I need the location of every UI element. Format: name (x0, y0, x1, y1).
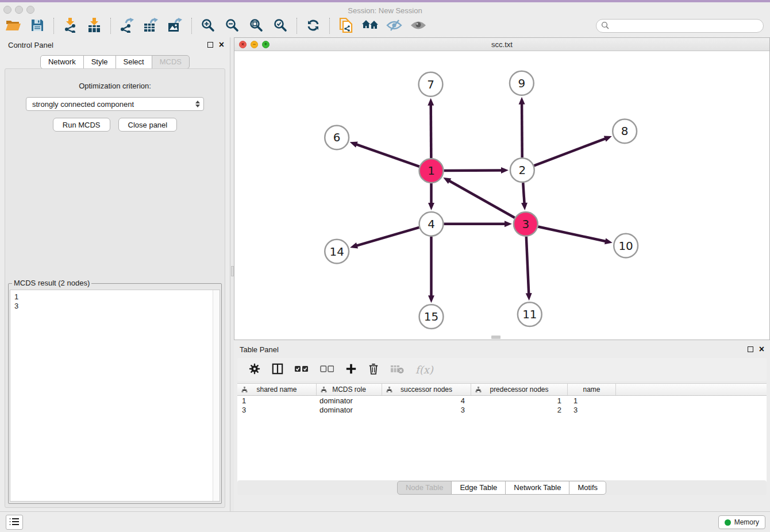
status-bar: Memory (0, 511, 770, 532)
column-header-name[interactable]: name (568, 384, 616, 395)
tab-edge-table[interactable]: Edge Table (451, 481, 506, 495)
zoom-fit-button[interactable] (244, 16, 268, 36)
network-canvas[interactable]: 7968124314101511 (234, 51, 769, 340)
network-maximize-icon[interactable]: + (262, 41, 270, 48)
graph-edge[interactable] (444, 170, 502, 171)
search-input[interactable] (612, 20, 763, 32)
graph-edge-arrowhead (521, 203, 528, 210)
zoom-in-icon (201, 18, 215, 34)
graph-edge[interactable] (526, 237, 529, 295)
graph-edge[interactable] (523, 183, 524, 204)
network-close-icon[interactable]: × (239, 41, 247, 48)
network-window-titlebar[interactable]: × − + scc.txt (234, 38, 769, 51)
graph-edge-arrowhead (428, 295, 434, 303)
panel-divider[interactable] (230, 37, 234, 511)
graph-node-label: 1 (428, 164, 435, 178)
graph-edge[interactable] (356, 144, 419, 167)
zoom-out-button[interactable] (220, 16, 244, 36)
open-folder-icon (6, 19, 21, 33)
graph-node-label: 11 (522, 308, 537, 321)
table-row[interactable]: 1 dominator 4 1 1 (237, 396, 767, 405)
graph-node-label: 6 (333, 131, 341, 144)
add-column-button[interactable] (345, 363, 357, 376)
graph-edge-arrowhead (505, 221, 512, 227)
graph-edge[interactable] (356, 228, 419, 246)
deselect-all-rows-button[interactable] (320, 365, 334, 375)
tab-motifs[interactable]: Motifs (569, 481, 606, 495)
import-network-button[interactable] (58, 16, 82, 36)
tab-mcds[interactable]: MCDS (152, 55, 190, 69)
graph-node-label: 3 (522, 218, 529, 231)
save-session-button[interactable] (25, 16, 49, 36)
close-panel-icon[interactable]: × (219, 42, 224, 48)
network-resize-grip[interactable] (491, 336, 500, 339)
delete-column-button[interactable] (368, 363, 379, 376)
import-table-button[interactable] (82, 16, 106, 36)
graph-edge-arrowhead (604, 136, 612, 141)
cell-mcds-role: dominator (317, 396, 382, 405)
graph-node-label: 10 (618, 240, 633, 253)
graph-edge[interactable] (431, 105, 432, 159)
column-header-shared-name[interactable]: shared name (237, 384, 317, 395)
show-all-button[interactable] (406, 16, 430, 36)
zoom-in-button[interactable] (196, 16, 220, 36)
result-line: 1 (10, 290, 220, 302)
memory-button[interactable]: Memory (718, 515, 765, 529)
eye-slash-icon (386, 20, 402, 33)
export-table-button[interactable] (139, 16, 163, 36)
export-network-button[interactable] (115, 16, 139, 36)
network-graph[interactable]: 7968124314101511 (234, 51, 769, 340)
search-field[interactable] (596, 19, 764, 33)
delete-table-button-disabled[interactable] (390, 364, 404, 376)
open-session-button[interactable] (1, 16, 25, 36)
tab-network-table[interactable]: Network Table (505, 481, 569, 495)
graph-edge[interactable] (534, 138, 606, 166)
criterion-select[interactable]: strongly connected component (26, 97, 204, 111)
graph-node-label: 4 (428, 218, 435, 231)
result-scrollbar[interactable] (213, 290, 220, 501)
network-minimize-icon[interactable]: − (251, 41, 258, 48)
zoom-out-icon (225, 18, 239, 34)
graph-edge[interactable] (538, 226, 606, 241)
graph-edge[interactable] (522, 103, 522, 158)
tab-node-table[interactable]: Node Table (397, 481, 452, 495)
task-history-button[interactable] (6, 515, 23, 530)
export-network-icon (120, 18, 134, 34)
close-table-panel-icon[interactable]: × (759, 346, 764, 352)
graph-edge-arrowhead (428, 98, 434, 106)
table-settings-button[interactable] (249, 363, 260, 376)
graph-edge[interactable] (449, 180, 515, 218)
function-builder-button-disabled[interactable]: f(x) (415, 364, 433, 376)
column-header-predecessor-nodes[interactable]: predecessor nodes (471, 384, 568, 395)
tab-network[interactable]: Network (40, 55, 84, 69)
export-table-icon (144, 18, 159, 34)
float-panel-icon[interactable] (207, 42, 213, 48)
float-table-panel-icon[interactable] (748, 346, 753, 352)
graph-node-label: 8 (621, 125, 629, 138)
graph-node-label: 15 (424, 310, 438, 323)
cell-name: 3 (568, 406, 616, 414)
eye-icon (410, 20, 426, 32)
close-panel-button[interactable]: Close panel (118, 118, 178, 132)
column-header-mcds-role[interactable]: MCDS role (317, 384, 382, 395)
window-title: Session: New Session (0, 6, 770, 15)
table-row[interactable]: 3 dominator 3 2 3 (237, 405, 767, 414)
list-icon (9, 518, 20, 527)
tab-select[interactable]: Select (116, 55, 152, 69)
toolbar-separator (110, 18, 111, 34)
run-mcds-button[interactable]: Run MCDS (53, 118, 110, 132)
hide-selected-button[interactable] (382, 16, 406, 36)
select-all-rows-button[interactable] (295, 365, 309, 375)
open-network-file-button[interactable] (334, 16, 358, 36)
column-header-successor-nodes[interactable]: successor nodes (382, 384, 471, 395)
mcds-result-area[interactable]: 1 3 (10, 290, 220, 502)
home-button[interactable] (358, 16, 382, 36)
network-window-title: scc.txt (234, 40, 769, 49)
export-image-button[interactable] (163, 16, 187, 36)
zoom-selected-button[interactable] (268, 16, 292, 36)
mcds-result-group: MCDS result (2 nodes) 1 3 (8, 283, 222, 504)
trash-icon (368, 363, 379, 376)
tab-style[interactable]: Style (83, 55, 116, 69)
show-columns-button[interactable] (272, 363, 283, 376)
refresh-button[interactable] (301, 16, 325, 36)
